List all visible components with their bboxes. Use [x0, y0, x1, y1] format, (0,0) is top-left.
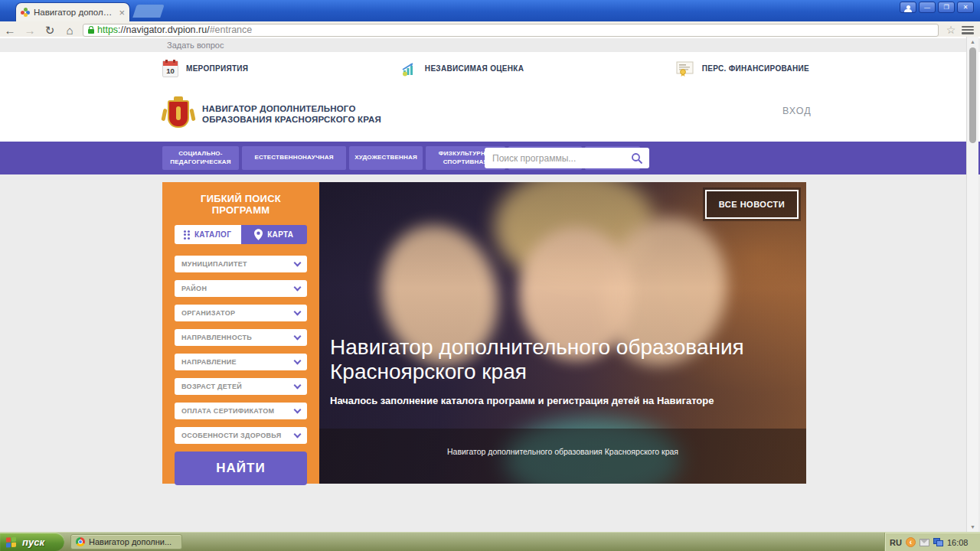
chevron-down-icon — [294, 333, 302, 341]
filter-children-age[interactable]: ВОЗРАСТ ДЕТЕЙ — [175, 378, 307, 395]
category-art[interactable]: ХУДОЖЕСТВЕННАЯ — [349, 146, 423, 170]
map-pin-icon — [254, 229, 263, 240]
hero-title: Навигатор дополнительного образования Кр… — [330, 335, 802, 384]
browser-tab[interactable]: Навигатор дополнительно × — [15, 2, 130, 21]
bookmark-star-icon[interactable]: ☆ — [943, 24, 959, 36]
close-button[interactable]: ✕ — [957, 2, 974, 13]
minimize-button[interactable]: — — [919, 2, 936, 13]
hero-banner: ВСЕ НОВОСТИ Навигатор дополнительного об… — [319, 182, 806, 484]
catalog-tab[interactable]: КАТАЛОГ — [175, 225, 241, 244]
filter-health-features[interactable]: ОСОБЕННОСТИ ЗДОРОВЬЯ — [175, 427, 307, 444]
chart-icon — [400, 61, 417, 77]
network-tray-icon[interactable] — [933, 538, 943, 546]
person-icon — [906, 5, 910, 9]
tab-close-icon[interactable]: × — [119, 8, 125, 18]
sidebar-title: ГИБКИЙ ПОИСК ПРОГРАММ — [175, 193, 307, 216]
chevron-down-icon — [294, 382, 302, 390]
taskbar-item-browser[interactable]: Навигатор дополни... — [70, 534, 182, 549]
all-news-button[interactable]: ВСЕ НОВОСТИ — [705, 190, 799, 219]
filter-direction[interactable]: НАПРАВЛЕНИЕ — [175, 354, 307, 370]
search-icon[interactable] — [631, 152, 643, 165]
maximize-button[interactable]: ❐ — [938, 2, 955, 13]
chrome-icon — [76, 537, 85, 546]
language-indicator[interactable]: RU — [890, 538, 902, 547]
page-url: https://navigator.dvpion.ru/#entrance — [97, 24, 252, 35]
filter-municipality[interactable]: МУНИЦИПАЛИТЕТ — [175, 256, 307, 272]
main-content: ГИБКИЙ ПОИСК ПРОГРАММ КАТАЛОГ КАРТА МУНИ… — [0, 174, 980, 532]
start-button[interactable]: пуск — [0, 533, 64, 551]
hero-subtitle: Началось заполнение каталога программ и … — [330, 395, 789, 406]
tab-title: Навигатор дополнительно — [34, 8, 115, 17]
chevron-down-icon — [294, 259, 302, 267]
hide-icons-chevron-icon[interactable]: ‹ — [906, 537, 916, 547]
hero-news-band: Навигатор дополнительного образования Кр… — [319, 429, 806, 484]
category-natural-science[interactable]: ЕСТЕСТВЕННОНАУЧНАЯ — [242, 146, 346, 170]
program-search — [485, 148, 649, 168]
filter-orientation[interactable]: НАПРАВЛЕННОСТЬ — [175, 329, 307, 346]
forward-icon[interactable]: → — [20, 24, 40, 36]
window-controls: — ❐ ✕ — [900, 2, 974, 13]
map-tab[interactable]: КАРТА — [241, 225, 308, 244]
scroll-up-icon[interactable]: ▲ — [967, 37, 978, 47]
category-nav-bar: СОЦИАЛЬНО- ПЕДАГОГИЧЕСКАЯ ЕСТЕСТВЕННОНАУ… — [0, 142, 980, 174]
quicklink-financing[interactable]: ПЕРС. ФИНАНСИРОВАНИЕ — [676, 60, 809, 77]
filter-list: МУНИЦИПАЛИТЕТ РАЙОН ОРГАНИЗАТОР НАПРАВЛЕ… — [175, 256, 307, 444]
system-tray: RU ‹ 16:08 — [884, 533, 980, 551]
coat-of-arms-icon — [162, 96, 194, 132]
search-input[interactable] — [491, 152, 631, 165]
profile-button[interactable] — [900, 2, 916, 13]
new-tab-button[interactable] — [132, 5, 165, 18]
chevron-down-icon — [294, 357, 302, 365]
site-header: НАВИГАТОР ДОПОЛНИТЕЛЬНОГО ОБРАЗОВАНИЯ КР… — [0, 86, 980, 142]
scrollbar-thumb[interactable] — [969, 47, 976, 143]
page-scrollbar[interactable]: ▲ ▼ — [966, 37, 978, 532]
search-sidebar: ГИБКИЙ ПОИСК ПРОГРАММ КАТАЛОГ КАРТА МУНИ… — [162, 182, 319, 484]
scroll-down-icon[interactable]: ▼ — [967, 522, 978, 532]
filter-organizer[interactable]: ОРГАНИЗАТОР — [175, 305, 307, 321]
quicklink-rating[interactable]: НЕЗАВИСИМАЯ ОЦЕНКА — [400, 61, 524, 77]
chevron-down-icon — [294, 308, 302, 316]
browser-titlebar: Навигатор дополнительно × — ❐ ✕ — [0, 0, 980, 21]
mail-tray-icon[interactable] — [920, 539, 929, 546]
login-link[interactable]: ВХОД — [782, 106, 812, 116]
home-icon[interactable]: ⌂ — [60, 24, 80, 36]
filter-certificate-payment[interactable]: ОПЛАТА СЕРТИФИКАТОМ — [175, 403, 307, 419]
events-count: 10 — [163, 67, 178, 75]
calendar-icon: 10 — [162, 60, 178, 77]
site-logo[interactable]: НАВИГАТОР ДОПОЛНИТЕЛЬНОГО ОБРАЗОВАНИЯ КР… — [162, 96, 381, 132]
view-toggle: КАТАЛОГ КАРТА — [175, 225, 307, 244]
site-favicon-icon — [21, 8, 30, 17]
page-viewport: Задать вопрос 10 МЕРОПРИЯТИЯ — [0, 37, 980, 532]
ask-question-link[interactable]: Задать вопрос — [167, 41, 224, 50]
browser-menu-icon[interactable] — [962, 26, 974, 34]
reload-icon[interactable]: ↻ — [40, 24, 60, 36]
address-bar[interactable]: https://navigator.dvpion.ru/#entrance — [83, 24, 939, 37]
padlock-icon — [88, 29, 94, 34]
chevron-down-icon — [294, 284, 302, 292]
quicklink-events[interactable]: 10 МЕРОПРИЯТИЯ — [162, 60, 248, 77]
quick-links-row: 10 МЕРОПРИЯТИЯ НЕЗАВИСИМАЯ ОЦЕНКА — [0, 52, 980, 86]
taskbar-clock: 16:08 — [947, 538, 969, 547]
hero-caption[interactable]: Навигатор дополнительного образования Кр… — [319, 447, 806, 456]
certificate-icon — [676, 60, 694, 77]
back-icon[interactable]: ← — [0, 24, 20, 36]
top-utility-bar: Задать вопрос — [0, 38, 980, 53]
site-title: НАВИГАТОР ДОПОЛНИТЕЛЬНОГО ОБРАЗОВАНИЯ КР… — [202, 103, 381, 125]
find-button[interactable]: НАЙТИ — [175, 452, 307, 485]
grid-icon — [184, 230, 190, 240]
filter-district[interactable]: РАЙОН — [175, 280, 307, 297]
category-social-pedagogical[interactable]: СОЦИАЛЬНО- ПЕДАГОГИЧЕСКАЯ — [162, 146, 239, 170]
chevron-down-icon — [294, 431, 302, 439]
chevron-down-icon — [294, 406, 302, 414]
taskbar: пуск Навигатор дополни... RU ‹ 16:08 — [0, 532, 980, 551]
windows-logo-icon — [6, 536, 18, 547]
